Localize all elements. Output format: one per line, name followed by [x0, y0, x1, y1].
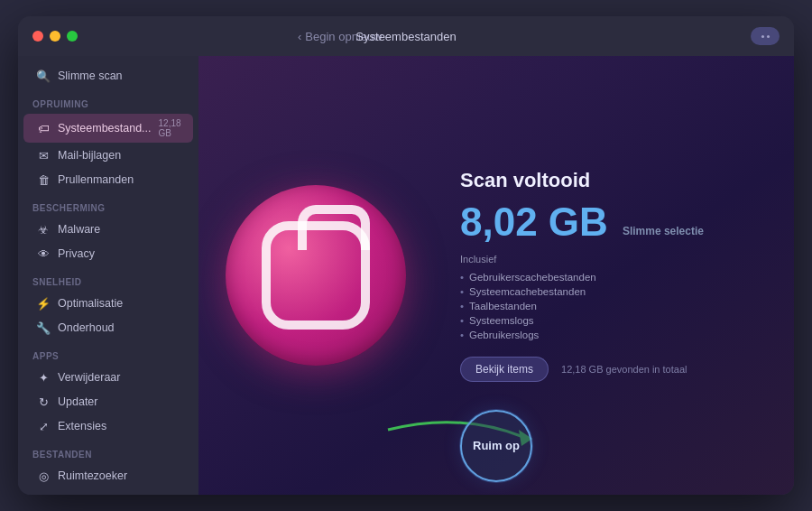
sidebar-item-malware[interactable]: ☣ Malware [23, 218, 193, 241]
sidebar-item-extensies[interactable]: ⤢ Extensies [23, 414, 193, 438]
list-item: Gebruikerscachebestanden [460, 270, 767, 284]
icon-symbol [262, 221, 370, 330]
main-content: Scan voltooid 8,02 GB Slimme selectie In… [198, 56, 794, 495]
sidebar-item-label: Onderhoud [58, 321, 182, 334]
section-apps: Apps [18, 340, 198, 365]
content-area: 🔍 Slimme scan Opruiming 🏷 Systeembestand… [18, 56, 794, 495]
inclusief-label: Inclusief [460, 254, 767, 265]
files-icon: ▦ [36, 493, 51, 495]
wrench-icon: 🔧 [36, 321, 51, 335]
update-icon: ↻ [36, 395, 51, 409]
app-window: ‹ Begin opnieuw Systeembestanden 🔍 Slimm… [18, 16, 794, 495]
cleanup-button[interactable]: Ruim op [460, 410, 532, 482]
slimme-selectie-label[interactable]: Slimme selectie [623, 225, 704, 237]
sidebar-item-label: Prullenmanden [58, 173, 182, 186]
list-item: Systeemcachebestanden [460, 284, 767, 299]
scan-size-row: 8,02 GB Slimme selectie [460, 200, 767, 245]
sidebar-item-groot-en-oud[interactable]: ▦ Groot en oud [23, 488, 193, 495]
list-item: Systeemslogs [460, 313, 767, 328]
sidebar-item-label: Mail-bijlagen [58, 149, 182, 162]
list-item: Gebruikerslogs [460, 328, 767, 342]
sidebar-item-label: Groot en oud [58, 494, 182, 495]
maximize-button[interactable] [67, 31, 78, 42]
privacy-icon: 👁 [36, 246, 51, 261]
dot-icon [761, 35, 764, 38]
sidebar-item-systeembestanden[interactable]: 🏷 Systeembestand... 12,18 GB [23, 114, 193, 143]
sidebar-item-label: Malware [58, 223, 182, 236]
info-panel: Scan voltooid 8,02 GB Slimme selectie In… [433, 151, 794, 400]
scan-icon: 🔍 [36, 69, 51, 83]
sidebar: 🔍 Slimme scan Opruiming 🏷 Systeembestand… [18, 56, 198, 495]
hero-icon-area [198, 185, 433, 366]
sidebar-item-ruimtezoeker[interactable]: ◎ Ruimtezoeker [23, 464, 193, 488]
window-title: Systeembestanden [355, 30, 456, 43]
bekijk-items-button[interactable]: Bekijk items [460, 357, 549, 382]
tag-icon: 🏷 [36, 121, 51, 135]
sidebar-item-verwijderaar[interactable]: ✦ Verwijderaar [23, 366, 193, 389]
optimize-icon: ⚡ [36, 296, 51, 311]
titlebar: ‹ Begin opnieuw Systeembestanden [18, 16, 794, 56]
sidebar-item-label: Ruimtezoeker [58, 469, 182, 482]
item-badge: 12,18 GB [159, 118, 182, 138]
sidebar-item-label: Verwijderaar [58, 371, 182, 384]
list-item: Taalbestanden [460, 299, 767, 313]
section-bescherming: Bescherming [18, 192, 198, 217]
sidebar-item-privacy[interactable]: 👁 Privacy [23, 242, 193, 265]
sidebar-item-slimme-scan[interactable]: 🔍 Slimme scan [23, 64, 193, 88]
close-button[interactable] [32, 31, 43, 42]
chevron-left-icon: ‹ [298, 30, 301, 43]
sidebar-item-label: Optimalisatie [58, 297, 182, 310]
scan-size-value: 8,02 GB [460, 200, 608, 245]
section-bestanden: Bestanden [18, 439, 198, 463]
section-snelheid: Snelheid [18, 266, 198, 291]
spacefinder-icon: ◎ [36, 469, 51, 483]
sidebar-item-label: Privacy [58, 247, 182, 260]
dot-icon [767, 35, 770, 38]
malware-icon: ☣ [36, 222, 51, 237]
action-row: Bekijk items 12,18 GB gevonden in totaal [460, 357, 767, 382]
traffic-lights [32, 31, 78, 42]
sidebar-item-label: Systeembestand... [58, 122, 152, 135]
sidebar-item-onderhoud[interactable]: 🔧 Onderhoud [23, 316, 193, 339]
found-text: 12,18 GB gevonden in totaal [561, 364, 687, 375]
minimize-button[interactable] [50, 31, 60, 42]
sidebar-item-label: Updater [58, 395, 182, 408]
section-opruiming: Opruiming [18, 88, 198, 113]
sidebar-item-updater[interactable]: ↻ Updater [23, 390, 193, 413]
sidebar-item-prullenmanden[interactable]: 🗑 Prullenmanden [23, 168, 193, 191]
inclusief-list: Gebruikerscachebestanden Systeemcachebes… [460, 270, 767, 342]
uninstall-icon: ✦ [36, 370, 51, 385]
hero-icon [226, 185, 406, 366]
sidebar-item-label: Slimme scan [58, 70, 182, 82]
more-options-button[interactable] [751, 27, 780, 45]
extensions-icon: ⤢ [36, 419, 51, 433]
sidebar-item-label: Extensies [58, 420, 182, 432]
mail-icon: ✉ [36, 148, 51, 163]
scan-complete-title: Scan voltooid [460, 169, 767, 192]
sidebar-item-optimalisatie[interactable]: ⚡ Optimalisatie [23, 292, 193, 315]
sidebar-item-mail-bijlagen[interactable]: ✉ Mail-bijlagen [23, 144, 193, 167]
trash-icon: 🗑 [36, 172, 51, 187]
